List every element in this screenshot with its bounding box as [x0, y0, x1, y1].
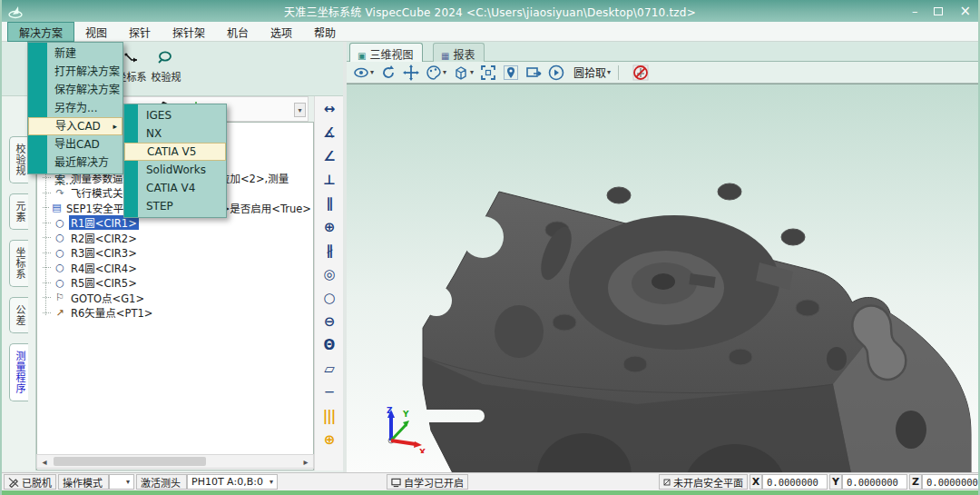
op-mode-label: 操作模式 [58, 474, 109, 490]
menubar-item[interactable]: 探针 [118, 22, 162, 42]
submenu-item[interactable]: CATIA V5 [124, 143, 226, 161]
gdt-tool-icon[interactable]: ∡ [323, 125, 334, 141]
tree-item-label: R5圆<CIR5> [69, 275, 139, 290]
toolbar-overflow-button[interactable]: ▾ [294, 103, 306, 117]
tree-item[interactable]: ↗ R6矢量点<PT1> [43, 305, 313, 321]
tree-item[interactable]: ○ R3圆<CIR3> [43, 245, 313, 261]
x-axis-label: X [750, 474, 762, 490]
menu-item[interactable]: 打开解决方案 [28, 63, 122, 81]
tree-item-label: GOTO点<G1> [69, 291, 146, 305]
gdt-tool-icon[interactable]: ⊕ [324, 432, 335, 448]
gauge-check-button[interactable]: 校验规 [149, 49, 183, 84]
clip-plane-disabled-icon[interactable] [632, 64, 649, 81]
tree-item[interactable]: ○ R5圆<CIR5> [43, 275, 313, 291]
gdt-tool-icon[interactable]: ─ [325, 385, 332, 401]
gdt-tool-icon[interactable]: ⊥ [323, 173, 335, 188]
side-tab[interactable]: 公差 [9, 297, 28, 333]
tab-report[interactable]: ▦报表 [433, 43, 485, 62]
menubar-item[interactable]: 探针架 [162, 22, 216, 42]
render-style-caret[interactable]: ▾ [443, 68, 446, 76]
tree-item[interactable]: ○ R2圆<CIR2> [43, 231, 313, 246]
submenu-item[interactable]: SolidWorks [124, 161, 226, 179]
pan-move-icon[interactable] [403, 64, 419, 81]
menu-item[interactable]: 最近解决方案... [28, 153, 122, 172]
y-axis-label: Y [829, 474, 842, 490]
locate-point-icon[interactable] [503, 64, 519, 81]
menu-item[interactable]: 导出CAD [28, 135, 122, 153]
capture-view-icon[interactable] [525, 64, 542, 81]
view-eye-caret[interactable]: ▾ [370, 68, 374, 76]
tree-item-label: R3圆<CIR3> [69, 245, 139, 260]
axis-x-label: X [419, 448, 426, 453]
tree-item-icon: ○ [54, 233, 66, 243]
gdt-tool-icon[interactable]: ◎ [323, 267, 334, 282]
menu-item[interactable]: 保存解决方案 [28, 81, 122, 99]
submenu-item[interactable]: STEP [124, 197, 226, 215]
menu-item[interactable]: 导入CAD▸ [28, 117, 122, 135]
viewport-3d[interactable]: Z Y X [347, 84, 980, 472]
scrollbar-thumb[interactable] [54, 457, 206, 466]
submenu-item[interactable]: IGES [124, 106, 226, 124]
axis-triad: Z Y X [379, 404, 426, 453]
gauge-check-icon [157, 49, 175, 67]
gdt-tool-icon[interactable]: Θ [324, 338, 335, 353]
tree-item[interactable]: ⚐ GOTO点<G1> [43, 291, 313, 306]
gdt-tool-icon[interactable]: ↔ [324, 102, 335, 117]
menubar-item[interactable]: 解决方案 [7, 22, 74, 42]
gdt-tool-icon[interactable]: ||| [323, 409, 335, 424]
menubar-item[interactable]: 机台 [216, 22, 260, 42]
view-tabbar: ▣三维视图 ▦报表 [347, 42, 980, 62]
tab-3d-view[interactable]: ▣三维视图 [349, 43, 423, 62]
tree-item-label: R6矢量点<PT1> [69, 305, 154, 320]
render-style-icon[interactable] [426, 64, 442, 81]
menubar-item[interactable]: 帮助 [303, 22, 347, 42]
gdt-tool-icon[interactable]: ⊖ [324, 314, 335, 330]
offline-status: 已脱机 [4, 474, 56, 490]
offline-probe-icon [8, 476, 19, 488]
gdt-tool-icon[interactable]: ○ [323, 291, 334, 306]
x-coordinate-value: 0.0000000 [762, 474, 828, 490]
gdt-tool-icon[interactable]: ∦ [326, 243, 332, 259]
axis-y-label: Y [402, 410, 409, 419]
active-probe-label: 激活测头 [136, 474, 187, 490]
tree-horizontal-scrollbar[interactable]: ◂ ▸ [36, 454, 314, 469]
orbit-rotate-icon[interactable] [380, 64, 397, 81]
side-tab[interactable]: 测量程序 [9, 343, 28, 401]
active-probe-select[interactable]: PH10T A:0,B:0▾ [187, 474, 278, 490]
application-window: 天准三坐标系统 VispecCube 2024 <C:\Users\jiaosi… [0, 0, 980, 495]
gdt-tool-icon[interactable]: ∥ [326, 196, 332, 212]
op-mode-select[interactable]: ▾ [109, 474, 134, 490]
gdt-tool-icon[interactable]: ⊕ [324, 220, 335, 235]
submenu-item[interactable]: CATIA V4 [124, 179, 226, 197]
scroll-left-icon[interactable]: ◂ [37, 457, 52, 467]
menu-item[interactable]: 另存为... [28, 99, 122, 117]
cube-view-caret[interactable]: ▾ [470, 68, 474, 76]
view-panel: ▣三维视图 ▦报表 ▾ ▾ ▾ [347, 42, 980, 472]
side-tab[interactable]: 校验规 [9, 136, 28, 183]
submenu-arrow-icon: ▸ [113, 118, 117, 134]
menubar-item[interactable]: 选项 [260, 22, 303, 42]
view-eye-icon[interactable] [353, 64, 369, 81]
maximize-button[interactable] [934, 7, 943, 15]
close-button[interactable]: × [959, 5, 971, 18]
gdt-tool-icon[interactable]: ∠ [323, 149, 334, 164]
window-title: 天准三坐标系统 VispecCube 2024 <C:\Users\jiaosi… [2, 4, 978, 19]
tree-item-icon: ○ [54, 218, 66, 228]
gdt-tool-icon[interactable]: ▱ [324, 361, 334, 377]
gdt-toolbar: ↔∡∠⊥∥⊕∦◎○⊖Θ▱─|||⊕ [314, 96, 343, 470]
side-tab[interactable]: 坐标系 [9, 240, 28, 287]
zoom-fit-icon[interactable] [480, 64, 496, 81]
submenu-item[interactable]: NX [124, 124, 226, 143]
cube-view-icon[interactable] [453, 64, 469, 81]
tree-item[interactable]: ○ R4圆<CIR4> [43, 261, 313, 276]
menubar-item[interactable]: 视图 [74, 22, 118, 42]
minimize-button[interactable]: – [912, 5, 918, 17]
circle-pick-caret[interactable]: ▾ [607, 68, 611, 76]
toolbar-divider [618, 65, 619, 80]
scroll-right-icon[interactable]: ▸ [299, 457, 313, 467]
run-play-icon[interactable] [548, 64, 564, 81]
menu-item[interactable]: 新建 [28, 45, 122, 63]
side-tab[interactable]: 元素 [9, 193, 28, 230]
y-coordinate-value: 0.0000000 [842, 474, 907, 490]
circle-pick-dropdown[interactable]: 圆拾取 [573, 64, 606, 80]
